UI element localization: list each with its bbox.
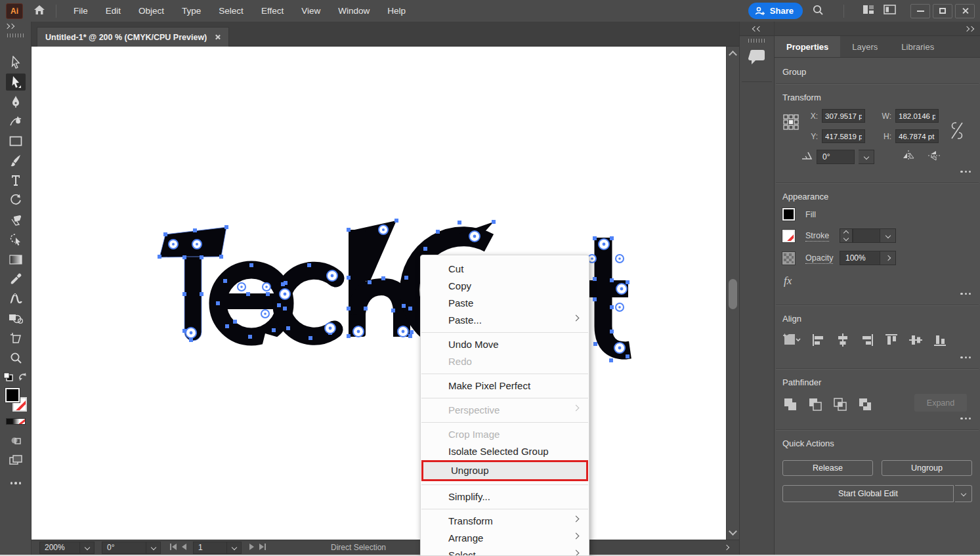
- expand-toolbar-icon[interactable]: [5, 24, 14, 28]
- menu-item-copy[interactable]: Copy: [421, 278, 589, 295]
- screen-mode-icon[interactable]: [6, 452, 26, 469]
- vertical-scrollbar[interactable]: [726, 47, 739, 540]
- zoom-tool[interactable]: [6, 349, 26, 366]
- align-bottom-icon[interactable]: [933, 333, 947, 349]
- align-right-icon[interactable]: [861, 333, 874, 349]
- menu-item-paste-options[interactable]: Paste...: [421, 312, 589, 329]
- pathfinder-exclude-icon[interactable]: [859, 398, 873, 414]
- close-window-button[interactable]: [955, 4, 975, 18]
- artboard-number-field[interactable]: 1: [193, 542, 227, 554]
- selection-tool[interactable]: [6, 54, 26, 71]
- scroll-right-icon[interactable]: [725, 545, 729, 549]
- dock-grip[interactable]: [748, 39, 765, 43]
- zoom-dropdown[interactable]: [80, 542, 95, 554]
- menu-select[interactable]: Select: [219, 6, 244, 16]
- expand-dock-icon[interactable]: [965, 27, 973, 31]
- artboard-canvas[interactable]: [32, 47, 726, 540]
- workspace-switcher-icon[interactable]: [863, 5, 874, 17]
- default-fill-stroke-icon[interactable]: [1, 368, 16, 385]
- w-input[interactable]: [895, 109, 939, 123]
- x-input[interactable]: [822, 109, 865, 123]
- scroll-down-icon[interactable]: [729, 527, 737, 536]
- menu-item-cut[interactable]: Cut: [421, 261, 589, 278]
- rectangle-tool[interactable]: [6, 133, 26, 150]
- rotate-select-dropdown[interactable]: [859, 150, 874, 164]
- menu-item-make-pixel-perfect[interactable]: Make Pixel Perfect: [421, 377, 589, 395]
- type-tool[interactable]: [6, 172, 26, 189]
- menu-view[interactable]: View: [301, 6, 320, 16]
- menu-item-ungroup[interactable]: Ungroup: [423, 462, 586, 479]
- align-horizontal-center-icon[interactable]: [836, 333, 849, 349]
- opacity-label[interactable]: Opacity: [805, 253, 833, 264]
- home-icon[interactable]: [33, 5, 45, 18]
- last-page-icon[interactable]: [259, 543, 266, 552]
- menu-help[interactable]: Help: [387, 6, 406, 16]
- curvature-tool[interactable]: [6, 113, 26, 130]
- stroke-weight-stepper[interactable]: [840, 228, 853, 243]
- shape-builder-tool[interactable]: [6, 310, 26, 327]
- rotation-field[interactable]: 0°: [102, 542, 146, 554]
- menu-window[interactable]: Window: [338, 6, 370, 16]
- gradient-tool[interactable]: [6, 251, 26, 268]
- opacity-field[interactable]: 100%: [840, 251, 880, 265]
- rotate-tool[interactable]: [6, 192, 26, 209]
- artwork-techcult-logo[interactable]: [32, 47, 726, 540]
- document-tab[interactable]: Untitled-1* @ 200 % (CMYK/CPU Preview): [37, 27, 229, 47]
- align-vertical-center-icon[interactable]: [909, 333, 922, 349]
- collapse-dock-icon[interactable]: [753, 27, 761, 31]
- color-type-bar[interactable]: [6, 418, 26, 425]
- next-page-icon[interactable]: [249, 543, 254, 552]
- share-button[interactable]: Share: [748, 3, 803, 19]
- appearance-more-options[interactable]: [960, 293, 971, 295]
- swap-fill-stroke-icon[interactable]: [16, 368, 30, 385]
- menu-item-transform[interactable]: Transform: [421, 513, 589, 530]
- rotate-select[interactable]: 0°: [817, 150, 855, 164]
- direct-selection-tool[interactable]: [6, 74, 26, 91]
- menu-item-arrange[interactable]: Arrange: [421, 530, 589, 547]
- pathfinder-minus-front-icon[interactable]: [809, 398, 823, 414]
- comments-panel-icon[interactable]: [748, 49, 765, 68]
- global-edit-dropdown[interactable]: [955, 485, 972, 502]
- artboard-dropdown[interactable]: [227, 542, 242, 554]
- release-button[interactable]: Release: [782, 460, 873, 476]
- first-page-icon[interactable]: [170, 543, 177, 552]
- eraser-tool[interactable]: [6, 211, 26, 228]
- appearance-fill-swatch[interactable]: [782, 208, 795, 221]
- fx-effects-icon[interactable]: fx: [775, 273, 980, 294]
- menu-item-paste[interactable]: Paste: [421, 295, 589, 312]
- artboard-tool[interactable]: [6, 330, 26, 347]
- pathfinder-intersect-icon[interactable]: [834, 398, 848, 414]
- align-more-options[interactable]: [960, 356, 971, 358]
- pen-tool[interactable]: [6, 93, 26, 110]
- toolbar-grip[interactable]: [7, 33, 24, 37]
- width-tool[interactable]: [6, 290, 26, 307]
- menu-edit[interactable]: Edit: [106, 6, 121, 16]
- menu-item-isolate-selected-group[interactable]: Isolate Selected Group: [421, 443, 589, 460]
- align-top-icon[interactable]: [885, 333, 898, 349]
- minimize-button[interactable]: [910, 4, 930, 18]
- document-arrange-icon[interactable]: [884, 5, 896, 17]
- h-input[interactable]: [895, 129, 939, 143]
- scroll-up-icon[interactable]: [729, 51, 737, 59]
- tab-properties[interactable]: Properties: [775, 36, 840, 57]
- maximize-button[interactable]: [933, 4, 952, 18]
- appearance-stroke-swatch[interactable]: [782, 230, 795, 242]
- ungroup-quick-button[interactable]: Ungroup: [882, 460, 972, 476]
- panel-dock-header[interactable]: [775, 22, 980, 36]
- fill-color-swatch[interactable]: [5, 388, 20, 402]
- menu-item-undo-move[interactable]: Undo Move: [421, 336, 589, 353]
- tab-layers[interactable]: Layers: [840, 36, 889, 57]
- expand-button[interactable]: Expand: [914, 394, 967, 412]
- none-button[interactable]: [19, 419, 25, 424]
- collapse-dock-header[interactable]: [740, 22, 774, 36]
- reference-point-locator-icon[interactable]: [783, 114, 799, 133]
- shaper-tool[interactable]: [6, 231, 26, 248]
- stroke-label[interactable]: Stroke: [805, 231, 829, 242]
- align-left-icon[interactable]: [812, 333, 825, 349]
- start-global-edit-button[interactable]: Start Global Edit: [782, 485, 954, 502]
- tab-libraries[interactable]: Libraries: [889, 36, 946, 57]
- stroke-weight-dropdown[interactable]: [880, 228, 896, 243]
- eyedropper-tool[interactable]: [6, 270, 26, 288]
- rotation-dropdown[interactable]: [146, 542, 161, 554]
- y-input[interactable]: [822, 129, 865, 143]
